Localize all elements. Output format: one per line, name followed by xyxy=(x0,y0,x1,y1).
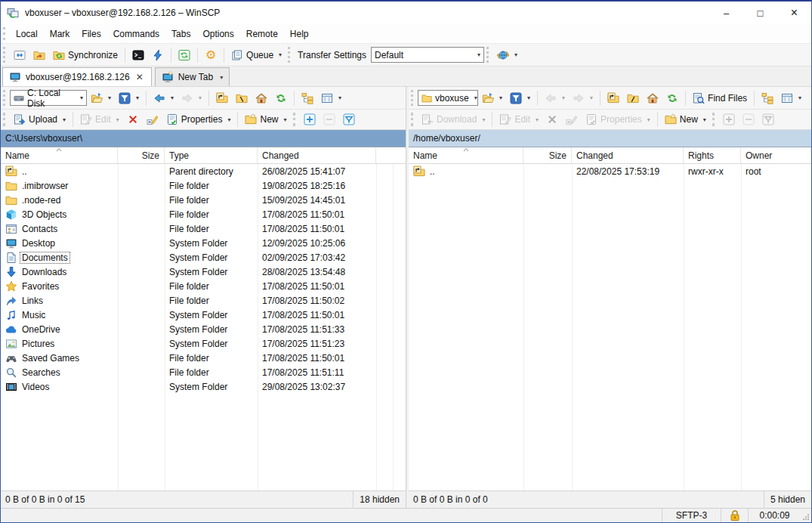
table-row[interactable]: VideosSystem Folder29/08/2025 13:02:37 xyxy=(1,379,406,394)
table-row[interactable]: SearchesFile folder17/08/2025 11:51:11 xyxy=(1,365,406,379)
menu-help[interactable]: Help xyxy=(284,24,315,43)
local-root-directory-button[interactable] xyxy=(232,89,252,107)
local-tree-button[interactable] xyxy=(298,89,317,107)
remote-path-bar[interactable]: /home/vboxuser/ xyxy=(409,130,811,147)
local-parent-directory-button[interactable] xyxy=(212,89,232,107)
remote-filter-button[interactable]: ▾ xyxy=(506,89,534,107)
remote-home-directory-button[interactable] xyxy=(643,89,662,107)
queue-button[interactable]: Queue▾ xyxy=(227,46,286,64)
remote-directory-select[interactable]: vboxuse ▾ xyxy=(418,90,478,106)
table-row[interactable]: .imibrowserFile folder19/08/2025 18:25:1… xyxy=(1,178,406,193)
local-rename-button[interactable] xyxy=(143,110,162,128)
remote-new-button[interactable]: New▾ xyxy=(661,110,710,128)
table-row[interactable]: .node-redFile folder15/09/2025 14:45:01 xyxy=(1,193,406,207)
local-filter-button[interactable]: ▾ xyxy=(115,89,143,107)
table-row[interactable]: ..Parent directory26/08/2025 15:41:07 xyxy=(1,164,406,178)
menu-commands[interactable]: Commands xyxy=(107,24,165,43)
close-button[interactable]: × xyxy=(777,2,811,24)
local-path-bar[interactable]: C:\Users\vboxuser\ xyxy=(1,130,406,147)
remote-forward-button[interactable]: ▾ xyxy=(569,89,597,107)
swap-panels-button[interactable] xyxy=(10,46,29,64)
resize-grip[interactable] xyxy=(801,509,811,522)
refresh-session-button[interactable] xyxy=(174,46,194,64)
table-row[interactable]: ..22/08/2025 17:53:19rwxr-xr-xroot xyxy=(409,164,811,178)
close-tab-icon[interactable]: ✕ xyxy=(134,72,145,82)
remote-back-button[interactable]: ▾ xyxy=(541,89,569,107)
preferences-button[interactable]: ⚙ xyxy=(201,46,221,64)
table-row[interactable]: PicturesSystem Folder17/08/2025 11:51:23 xyxy=(1,336,406,351)
table-row[interactable]: DesktopSystem Folder12/09/2025 10:25:06 xyxy=(1,236,406,250)
column-header-changed[interactable]: Changed xyxy=(258,147,376,163)
local-home-directory-button[interactable] xyxy=(252,89,271,107)
local-drive-select[interactable]: C: Local Disk ▾ xyxy=(10,90,87,106)
edit-icon xyxy=(80,113,92,125)
remote-select-button[interactable] xyxy=(719,110,739,128)
column-header-rights[interactable]: Rights xyxy=(684,147,741,163)
protocol-cell[interactable]: SFTP-3 xyxy=(662,509,721,522)
column-header-name[interactable]: Name xyxy=(409,147,523,163)
remote-refresh-button[interactable] xyxy=(662,89,682,107)
local-open-directory-button[interactable]: ▾ xyxy=(87,89,115,107)
remote-properties-button[interactable]: Properties▾ xyxy=(582,110,654,128)
minimize-button[interactable]: – xyxy=(709,2,743,24)
maximize-button[interactable]: □ xyxy=(743,2,777,24)
table-row[interactable]: DownloadsSystem Folder28/08/2025 13:54:4… xyxy=(1,265,406,279)
menu-remote[interactable]: Remote xyxy=(240,24,284,43)
table-row[interactable]: Saved GamesFile folder17/08/2025 11:50:0… xyxy=(1,351,406,365)
new-tab-button[interactable]: New Tab ▾ xyxy=(155,67,230,86)
encryption-cell[interactable] xyxy=(721,509,748,522)
remote-rename-button[interactable] xyxy=(562,110,582,128)
table-row[interactable]: OneDriveSystem Folder17/08/2025 11:51:33 xyxy=(1,322,406,336)
remote-sync-button[interactable]: ▾ xyxy=(493,46,521,64)
synchronize-button[interactable]: Synchronize xyxy=(49,46,122,64)
table-row[interactable]: FavoritesFile folder17/08/2025 11:50:01 xyxy=(1,279,406,293)
local-selection-filter-button[interactable] xyxy=(339,110,359,128)
remote-tree-button[interactable] xyxy=(758,89,777,107)
upload-button[interactable]: Upload▾ xyxy=(10,110,69,128)
local-unselect-button[interactable] xyxy=(320,110,339,128)
local-edit-button[interactable]: Edit▾ xyxy=(76,110,123,128)
column-header-changed[interactable]: Changed xyxy=(572,147,684,163)
remote-parent-directory-button[interactable] xyxy=(604,89,623,107)
local-view-button[interactable]: ▾ xyxy=(317,89,345,107)
local-delete-button[interactable] xyxy=(123,110,143,128)
local-properties-button[interactable]: Properties▾ xyxy=(162,110,235,128)
download-button[interactable]: Download▾ xyxy=(418,110,489,128)
column-header-owner[interactable]: Owner xyxy=(741,147,811,163)
menu-options[interactable]: Options xyxy=(196,24,239,43)
table-row[interactable]: 3D ObjectsFile folder17/08/2025 11:50:01 xyxy=(1,207,406,221)
transfer-settings-select[interactable]: Default▾ xyxy=(371,47,484,63)
session-tab-bar: vboxuser@192.168.2.126 ✕ New Tab ▾ xyxy=(1,67,811,87)
menu-tabs[interactable]: Tabs xyxy=(165,24,196,43)
menu-local[interactable]: Local xyxy=(10,24,44,43)
local-refresh-button[interactable] xyxy=(271,89,291,107)
local-back-button[interactable]: ▾ xyxy=(150,89,178,107)
remote-delete-button[interactable] xyxy=(542,110,562,128)
column-header-size[interactable]: Size xyxy=(118,147,165,163)
remote-root-directory-button[interactable] xyxy=(623,89,643,107)
menu-files[interactable]: Files xyxy=(76,24,107,43)
menu-mark[interactable]: Mark xyxy=(44,24,76,43)
local-new-button[interactable]: New▾ xyxy=(241,110,290,128)
table-row[interactable]: MusicSystem Folder17/08/2025 11:50:01 xyxy=(1,308,406,322)
column-header-name[interactable]: Name xyxy=(1,147,118,163)
table-row[interactable]: DocumentsSystem Folder02/09/2025 17:03:4… xyxy=(1,250,406,265)
synchronize-browsing-button[interactable] xyxy=(29,46,49,64)
session-tab[interactable]: vboxuser@192.168.2.126 ✕ xyxy=(2,67,152,86)
local-forward-button[interactable]: ▾ xyxy=(178,89,205,107)
remote-view-button[interactable]: ▾ xyxy=(777,89,805,107)
remote-edit-button[interactable]: Edit▾ xyxy=(496,110,542,128)
local-hidden-count[interactable]: 18 hidden xyxy=(353,491,406,508)
column-header-size[interactable]: Size xyxy=(523,147,572,163)
remote-hidden-count[interactable]: 5 hidden xyxy=(764,491,811,508)
open-console-button[interactable] xyxy=(128,46,148,64)
column-header-type[interactable]: Type xyxy=(165,147,258,163)
find-files-button[interactable]: Find Files xyxy=(689,89,751,107)
local-select-button[interactable] xyxy=(300,110,320,128)
table-row[interactable]: LinksFile folder17/08/2025 11:50:02 xyxy=(1,293,406,308)
remote-unselect-button[interactable] xyxy=(739,110,758,128)
table-row[interactable]: ContactsFile folder17/08/2025 11:50:01 xyxy=(1,221,406,236)
remote-open-directory-button[interactable]: ▾ xyxy=(478,89,506,107)
commands-button[interactable] xyxy=(148,46,168,64)
remote-selection-filter-button[interactable] xyxy=(758,110,778,128)
